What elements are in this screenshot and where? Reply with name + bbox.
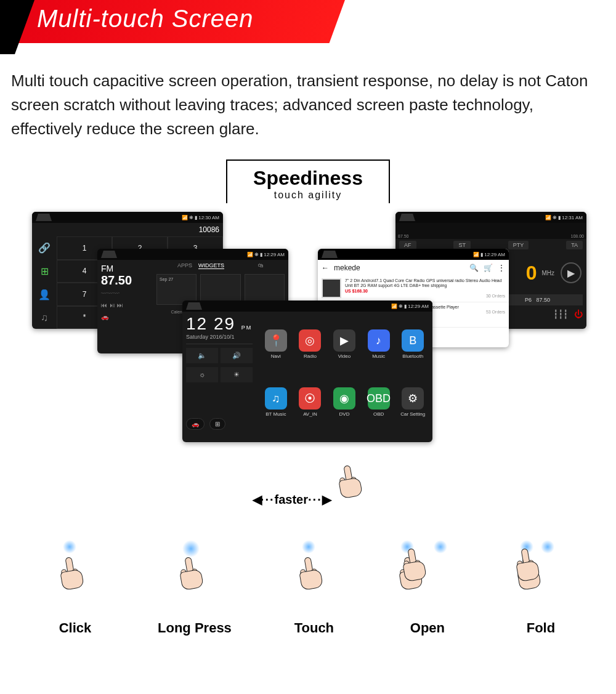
- af-button: AF: [399, 241, 416, 249]
- clock-date: Saturday 2016/10/1: [186, 334, 253, 344]
- app-icon: 📍: [265, 329, 287, 352]
- power-icon: ⏻: [574, 309, 583, 319]
- app-car-setting: ⚙Car Setting: [397, 374, 429, 430]
- media-controls: ⏮ ⏯ ⏭: [97, 299, 153, 311]
- dialer-display: 10086: [32, 223, 223, 236]
- app-label: Music: [372, 353, 385, 359]
- cart-icon: 🛒: [484, 264, 493, 272]
- volume-controls: 🔈🔊: [186, 348, 253, 363]
- app-label: Navi: [271, 353, 281, 359]
- music-icon: ♫: [41, 312, 48, 323]
- vol-up-icon: 🔊: [221, 348, 253, 363]
- description-text: Multi touch capacitive screen operation,…: [0, 57, 616, 141]
- car-icon: 🚗: [97, 311, 153, 323]
- app-navi: 📍Navi: [260, 317, 292, 372]
- status-bar: 📶 ▮ 12:29 AM: [318, 249, 509, 260]
- app-video: ▶Video: [328, 317, 360, 372]
- status-bar: 📶 ❋ ▮ 12:29 AM: [97, 249, 288, 260]
- back-icon: ←: [322, 264, 329, 272]
- st-button: ST: [453, 241, 471, 249]
- scale-start: 87.50: [398, 234, 409, 238]
- header-title: Multi-touch Screen: [37, 5, 253, 33]
- speediness-box: Speediness touch agility: [226, 159, 390, 203]
- app-label: Video: [338, 353, 351, 359]
- apps-tab: APPS: [177, 262, 192, 269]
- app-label: BT Music: [265, 411, 286, 417]
- wave-icon: 〰〰〰: [97, 288, 153, 299]
- app-grid: 📍Navi◎Radio▶Video♪MusicBBluetooth♫BT Mus…: [256, 312, 432, 435]
- product-thumb: [322, 278, 341, 298]
- app-dvd: ◉DVD: [328, 374, 360, 430]
- home-screen: 📶 ❋ ▮ 12:29 AM 12 29 PM Saturday 2016/10…: [182, 301, 432, 442]
- status-time: 12:29 AM: [408, 304, 429, 309]
- scale-end: 108.00: [571, 234, 584, 238]
- radio-unit: MHz: [541, 270, 554, 276]
- widget-tabs: APPS WIDGETS 🛍: [153, 260, 288, 272]
- product-item: 7" 2 Din Android7.1 Quad Core Car Radio …: [318, 276, 509, 302]
- arrow-left-icon: ◀: [253, 492, 261, 507]
- app-label: AV_IN: [303, 411, 317, 417]
- status-bar: 📶 ❋ ▮ 12:30 AM: [32, 212, 223, 223]
- app-label: Radio: [304, 353, 317, 359]
- link-icon: 🔗: [38, 242, 51, 254]
- clock-time: 12 29: [186, 314, 235, 333]
- app-obd: OBDOBD: [363, 374, 395, 430]
- bright-high-icon: ☀: [221, 367, 253, 382]
- product-title: 7" 2 Din Android7.1 Quad Core Car Radio …: [345, 278, 505, 289]
- gesture-label: Fold: [527, 620, 555, 636]
- product-price: US $168.30: [345, 289, 505, 294]
- app-icon: B: [402, 329, 424, 352]
- contact-icon: 👤: [38, 289, 51, 301]
- app-label: Car Setting: [400, 411, 425, 417]
- pty-button: PTY: [508, 241, 529, 249]
- faster-label: faster: [275, 493, 308, 507]
- status-time: 12:30 AM: [198, 215, 219, 220]
- screens-collage: 📶 ❋ ▮ 12:30 AM 10086 🔗 ⊞ 👤 ♫ 123456789*0…: [0, 212, 616, 458]
- gesture-long-press: Long Press: [158, 544, 232, 636]
- speediness-title: Speediness: [253, 167, 363, 190]
- clock-ampm: PM: [241, 325, 253, 331]
- search-query: mekede: [334, 264, 464, 272]
- bright-low-icon: ☼: [186, 367, 218, 382]
- gesture-touch: Touch: [283, 544, 345, 636]
- app-icon: OBD: [368, 387, 390, 410]
- app-label: Bluetooth: [402, 353, 423, 359]
- keypad-icon: ⊞: [41, 265, 49, 277]
- dialer-sidebar: 🔗 ⊞ 👤 ♫: [32, 236, 57, 329]
- widgets-tab: WIDGETS: [198, 262, 224, 269]
- shop-header: ← mekede 🔍 🛒 ⋮: [318, 260, 509, 276]
- app-av-in: ⦿AV_IN: [294, 374, 326, 430]
- status-time: 12:29 AM: [264, 252, 285, 257]
- car-pill-icon: 🚗: [186, 418, 205, 430]
- app-icon: ⚙: [402, 387, 424, 410]
- gesture-click: Click: [44, 544, 106, 636]
- hand-icon: [329, 458, 367, 506]
- app-label: OBD: [373, 411, 384, 417]
- fm-value: 87.50: [97, 273, 153, 288]
- dialer-number: 10086: [199, 225, 219, 234]
- speediness-subtitle: touch agility: [253, 190, 363, 201]
- eq-icon: ┇┇┇: [553, 309, 568, 319]
- product-orders: 30 Orders: [345, 294, 505, 299]
- gesture-fold: Fold: [510, 544, 572, 636]
- app-bluetooth: BBluetooth: [397, 317, 429, 372]
- more-icon: ⋮: [498, 264, 505, 272]
- header-banner: Multi-touch Screen: [0, 0, 616, 57]
- ta-button: TA: [566, 241, 583, 249]
- apps-pill-icon: ⊞: [209, 418, 225, 430]
- faster-section: ◀ ··· faster ··· ▶: [0, 461, 616, 507]
- app-bt-music: ♫BT Music: [260, 374, 292, 430]
- status-bar: 📶 ❋ ▮ 12:31 AM: [395, 212, 586, 223]
- app-icon: ♪: [368, 329, 390, 352]
- gestures-row: Click Long Press Touch Open Fold: [0, 544, 616, 655]
- app-icon: ◉: [333, 387, 355, 410]
- status-time: 12:31 AM: [562, 215, 583, 220]
- radio-scale: 87.50 108.00: [395, 223, 586, 239]
- gesture-open: Open: [397, 544, 458, 636]
- arrow-right-icon: ▶: [322, 492, 330, 507]
- app-icon: ▶: [333, 329, 355, 352]
- gesture-label: Open: [410, 620, 445, 636]
- app-label: DVD: [339, 411, 350, 417]
- status-bar: 📶 ❋ ▮ 12:29 AM: [182, 301, 432, 312]
- vol-down-icon: 🔈: [186, 348, 218, 363]
